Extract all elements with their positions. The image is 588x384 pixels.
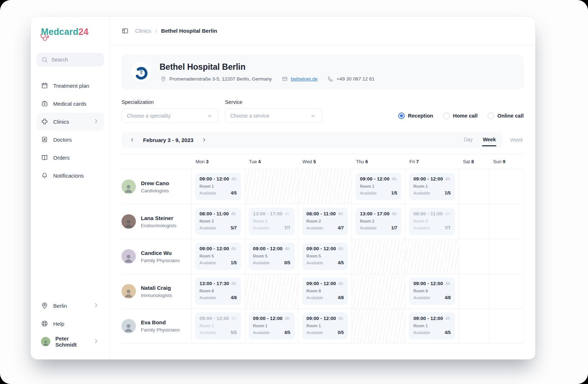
- day-header-wed: Wed 5: [298, 159, 352, 164]
- view-option-week-secondary[interactable]: Week: [510, 137, 523, 143]
- doctor-cell[interactable]: Lana Steiner Endocrinologists: [121, 204, 191, 239]
- sidebar-footer-peter-schmidt[interactable]: Peter Schmidt: [37, 333, 104, 351]
- filters-row: Specialization Choose a speciality Servi…: [121, 99, 524, 123]
- view-option-week[interactable]: Week: [483, 137, 496, 143]
- prev-week-button[interactable]: [129, 136, 136, 143]
- sidebar-footer-help[interactable]: Help: [37, 315, 104, 333]
- slot-time: 09:00 - 12:00: [413, 281, 443, 286]
- radio-dot: [443, 113, 450, 119]
- mail-icon: [281, 76, 288, 83]
- schedule-cell: 09:00 - 12:00 4h Room 5 Available 0/5: [245, 239, 298, 274]
- slot-available-value: 4/5: [445, 330, 451, 335]
- appointment-slot-card[interactable]: 09:00 - 12:00 4h Room 1 Available 5/5: [195, 312, 241, 339]
- appointment-slot-card[interactable]: 08:00 - 11:00 4h Room 2 Available 5/7: [195, 208, 241, 235]
- slot-room: Room 5: [199, 254, 237, 258]
- collapse-sidebar-icon[interactable]: [121, 27, 129, 35]
- schedule-cell-unavailable: [245, 169, 298, 204]
- hospital-website: bethelnet.de: [281, 76, 317, 83]
- slot-available-label: Available: [307, 296, 323, 300]
- doctor-specialty: Immunologists: [141, 293, 172, 298]
- sidebar-item-medical-cards[interactable]: Medical cards: [37, 95, 104, 113]
- doctor-cell[interactable]: Natali Craig Immunologists: [121, 274, 191, 308]
- sidebar-item-doctors[interactable]: Doctors: [37, 131, 104, 148]
- sidebar-item-notificacions[interactable]: Notificacions: [37, 166, 104, 184]
- app-window: Medcard24 Treatment plan Medical cards C…: [31, 16, 536, 360]
- slot-available-label: Available: [307, 226, 323, 230]
- slot-available-label: Available: [307, 330, 323, 335]
- slot-room: Room 5: [253, 254, 290, 258]
- calendar-day-header: Mon 3 Tue 4 Wed 5 Thu 6 Fri 7 Sat 8 Sun …: [121, 154, 524, 169]
- appointment-slot-card[interactable]: 09:00 - 12:00 4h Room 8 Available 4/8: [302, 278, 348, 305]
- slot-room: Room 2: [360, 219, 397, 223]
- search-box[interactable]: [37, 53, 104, 67]
- date-navigation-row: February 3 - 9, 2023 DayWeek Week: [121, 132, 524, 148]
- appointment-slot-card[interactable]: 09:00 - 12:00 4h Room 5 Available 4/5: [302, 243, 348, 270]
- doctor-cell[interactable]: Candice Wu Family Physicians: [121, 239, 191, 274]
- slot-available-value: 5/7: [231, 225, 237, 230]
- sidebar-item-treatment-plan[interactable]: Treatment plan: [37, 77, 104, 95]
- schedule-cell-empty: [489, 309, 524, 343]
- radio-reception[interactable]: Reception: [398, 113, 433, 119]
- appointment-slot-card[interactable]: 09:00 - 12:00 4h Room 1 Available 1/5: [355, 173, 401, 200]
- location-icon: [160, 76, 167, 83]
- view-option-day[interactable]: Day: [464, 137, 473, 143]
- sidebar-footer-berlin[interactable]: Berlin: [37, 297, 104, 315]
- doctor-name: Lana Steiner: [141, 215, 176, 221]
- slot-time: 09:00 - 12:00: [253, 246, 282, 251]
- slot-room: Room 8: [199, 289, 237, 293]
- call-type-radio-group: Reception Home call Online call: [398, 109, 524, 123]
- slot-time: 09:00 - 12:00: [413, 316, 443, 321]
- slot-time: 09:00 - 12:00: [253, 316, 282, 321]
- slot-duration: 4h: [445, 316, 450, 321]
- appointment-slot-card[interactable]: 09:00 - 12:00 4h Room 1 Available 0/5: [302, 312, 348, 339]
- slot-available-value: 1/7: [391, 225, 398, 230]
- appointment-slot-card[interactable]: 09:00 - 12:00 4h Room 8 Available 4/8: [409, 278, 455, 305]
- date-bar: February 3 - 9, 2023 DayWeek: [121, 132, 503, 148]
- medical-cross-icon: [41, 118, 48, 125]
- radio-home-call[interactable]: Home call: [443, 113, 478, 119]
- page-content: ⚕ Bethel Hospital Berlin Promenadenstraß…: [110, 45, 535, 343]
- doctor-specialty: Family Physicians: [141, 327, 180, 333]
- sidebar-item-clinics[interactable]: Clinics: [37, 113, 104, 131]
- lifebuoy-icon: [41, 320, 48, 327]
- appointment-slot-card[interactable]: 09:00 - 12:00 4h Room 1 Available 4/5: [195, 173, 241, 200]
- appointment-slot-card[interactable]: 13:00 - 17:00 4h Room 2 Available 1/7: [355, 208, 401, 235]
- slot-available-value: 5/5: [231, 330, 237, 335]
- search-input[interactable]: [51, 57, 100, 63]
- breadcrumb-parent[interactable]: Clinics: [135, 28, 151, 34]
- doctor-cell[interactable]: Drew Cano Cardiologists: [121, 169, 191, 204]
- breadcrumb-current: Bethel Hospital Berlin: [161, 28, 217, 34]
- radio-dot: [488, 113, 494, 119]
- slot-duration: 4h: [231, 246, 236, 251]
- appointment-slot-card[interactable]: 09:00 - 12:00 4h Room 1 Available 4/5: [249, 312, 295, 339]
- slot-time: 13:00 - 17:30: [199, 281, 229, 286]
- sidebar-item-orders[interactable]: Orders: [37, 148, 104, 166]
- slot-room: Room 2: [307, 219, 344, 223]
- appointment-slot-card[interactable]: 13:00 - 17:30 4h Room 8 Available 4/8: [195, 278, 241, 305]
- hospital-website-link[interactable]: bethelnet.de: [291, 76, 317, 82]
- appointment-slot-card[interactable]: 09:00 - 12:00 4h Room 5 Available 0/5: [249, 243, 295, 270]
- next-week-button[interactable]: [201, 136, 208, 143]
- schedule-cell: 09:00 - 12:00 4h Room 1 Available 4/5: [191, 169, 245, 204]
- appointment-slot-card[interactable]: 09:00 - 12:00 4h Room 1 Available 1/5: [409, 173, 455, 200]
- appointment-slot-card[interactable]: 09:00 - 12:00 4h Room 5 Available 1/5: [195, 243, 241, 270]
- appointment-slot-card[interactable]: 08:00 - 11:00 4h Room 2 Available 4/7: [302, 208, 348, 235]
- slot-available-label: Available: [360, 226, 376, 230]
- slot-available-value: 4/5: [284, 330, 290, 335]
- appointment-slot-card[interactable]: 09:00 - 12:00 4h Room 1 Available 4/5: [409, 312, 455, 339]
- appointment-slot-card[interactable]: 13:00 - 17:00 4h Room 2 Available 7/7: [249, 208, 295, 235]
- service-select[interactable]: Choose a service: [225, 109, 322, 123]
- calendar-icon: [41, 82, 48, 89]
- slot-available-label: Available: [253, 330, 270, 335]
- doctor-avatar: [121, 284, 136, 298]
- specialization-select[interactable]: Choose a speciality: [121, 109, 219, 123]
- schedule-cell: 09:00 - 12:00 4h Room 1 Available 5/5: [191, 309, 245, 343]
- main-area: Clinics / Bethel Hospital Berlin ⚕ Bet: [110, 17, 535, 359]
- slot-time: 08:00 - 11:00: [199, 211, 229, 216]
- schedule-cell: 09:00 - 12:00 4h Room 1 Available 4/5: [405, 309, 459, 343]
- schedule-cell: 13:00 - 17:00 4h Room 2 Available 1/7: [352, 204, 405, 239]
- radio-online-call[interactable]: Online call: [488, 113, 524, 119]
- doctor-cell[interactable]: Eva Bond Family Physicians: [121, 309, 191, 343]
- day-header-fri: Fri 7: [405, 159, 459, 164]
- appointment-slot-card[interactable]: 08:00 - 11:00 4h Room 2 Available 7/7: [409, 208, 455, 235]
